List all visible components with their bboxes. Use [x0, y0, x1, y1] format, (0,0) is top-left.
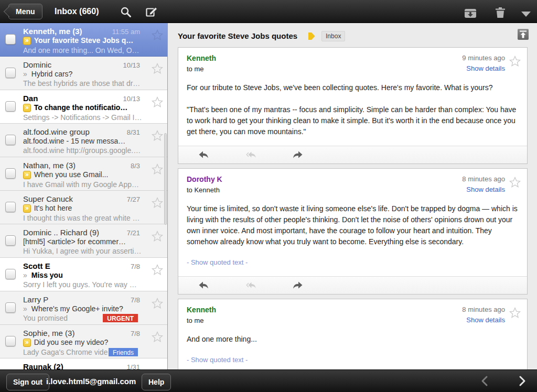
help-button[interactable]: Help: [142, 374, 171, 390]
message-header[interactable]: Kenneth to me 9 minutes ago Show details: [178, 48, 527, 75]
star-icon[interactable]: [151, 263, 164, 277]
show-details-link[interactable]: Show details: [466, 316, 505, 324]
importance-marker-icon: »: [23, 305, 27, 312]
row-checkbox[interactable]: [5, 302, 16, 313]
list-item[interactable]: Larry P7/8 »Where's my Google+ invite? Y…: [0, 291, 167, 325]
more-actions-dropdown-icon[interactable]: [519, 7, 533, 21]
row-checkbox[interactable]: [5, 235, 16, 246]
message-body: And one more thing... - Show quoted text…: [178, 326, 527, 369]
star-icon[interactable]: [151, 62, 164, 75]
sign-out-button[interactable]: Sign out: [6, 374, 49, 390]
star-icon[interactable]: [151, 196, 164, 210]
reply-all-icon[interactable]: [244, 149, 257, 161]
row-sender: Dan: [23, 94, 38, 103]
account-email: i.love.html5@gmail.com: [46, 377, 136, 386]
search-icon[interactable]: [119, 5, 133, 19]
list-item[interactable]: Nathan, me (3)8/3 »When you use Gmail...…: [0, 157, 167, 191]
row-subject-line: »It's hot here: [23, 204, 161, 213]
list-item[interactable]: alt.food.wine group8/31 alt.food.wine - …: [0, 124, 167, 157]
star-icon[interactable]: [151, 95, 164, 109]
star-icon[interactable]: [151, 330, 164, 344]
star-icon[interactable]: [508, 176, 522, 189]
importance-marker-icon: »: [23, 171, 31, 179]
row-checkbox[interactable]: [5, 101, 16, 112]
reply-icon[interactable]: [197, 279, 210, 292]
row-checkbox[interactable]: [5, 269, 16, 279]
importance-arrow-icon: [308, 32, 315, 40]
row-subject-line: [html5] <article> for ecommer…: [23, 237, 161, 246]
importance-marker-icon: »: [23, 204, 31, 213]
next-conversation-icon[interactable]: [515, 374, 529, 388]
previous-conversation-icon[interactable]: [478, 374, 492, 388]
list-item[interactable]: Dominic .. Richard (9)7/21 [html5] <arti…: [0, 224, 167, 258]
show-quoted-text-link[interactable]: - Show quoted text -: [187, 354, 519, 365]
trash-icon[interactable]: [493, 6, 507, 19]
compose-icon[interactable]: [145, 5, 158, 19]
message-time: 8 minutes ago: [462, 306, 505, 313]
star-icon[interactable]: [508, 306, 522, 320]
list-scrollbar[interactable]: [164, 133, 167, 225]
list-item[interactable]: Kenneth, me (3)11:55 am »Your favorite S…: [0, 23, 167, 57]
thread-title: Your favorite Steve Jobs quotes: [178, 31, 297, 40]
row-snippet: Sorry I left you guys. You're way …: [23, 280, 137, 289]
row-sender: alt.food.wine group: [23, 127, 90, 136]
star-icon[interactable]: [151, 230, 164, 243]
row-date: 7/8: [131, 263, 140, 270]
row-snippet: I have Gmail with my Google App…: [23, 180, 139, 189]
row-sender: Nathan, me (3): [23, 161, 76, 170]
menu-button[interactable]: Menu: [8, 4, 42, 19]
message-header[interactable]: Dorothy K to Kenneth 8 minutes ago Show …: [178, 169, 527, 196]
message-header[interactable]: Kenneth to me 8 minutes ago Show details: [178, 299, 527, 326]
importance-marker-icon: »: [23, 271, 27, 279]
row-checkbox[interactable]: [5, 336, 16, 346]
row-subject-line: »To change the notificatio…: [23, 103, 161, 112]
reply-all-icon[interactable]: [244, 279, 257, 292]
star-icon[interactable]: [508, 55, 522, 68]
message-card: Kenneth to me 9 minutes ago Show details…: [178, 47, 528, 164]
row-checkbox[interactable]: [5, 202, 16, 212]
list-item[interactable]: Raunak (2)1/31: [0, 358, 167, 369]
row-checkbox[interactable]: [5, 135, 16, 145]
message-action-bar: [178, 146, 527, 164]
message-body: Your time is limited, so don't waste it …: [178, 196, 527, 276]
row-checkbox[interactable]: [5, 34, 16, 45]
forward-icon[interactable]: [292, 149, 304, 161]
scroll-to-top-icon[interactable]: [518, 29, 529, 40]
row-snippet: alt.food.wine http://groups.google.…: [23, 146, 141, 155]
bottom-toolbar: Sign out i.love.html5@gmail.com Help: [0, 369, 537, 392]
importance-marker-icon: »: [23, 104, 31, 112]
star-icon[interactable]: [151, 297, 164, 310]
star-icon[interactable]: [151, 129, 164, 143]
menu-button-label: Menu: [16, 7, 35, 16]
show-details-link[interactable]: Show details: [466, 186, 505, 193]
list-item[interactable]: Dominic10/13 »Hybrid cars? The best hybr…: [0, 57, 167, 90]
row-snippet: Lady Gaga's Chrome vide…: [23, 348, 115, 356]
row-snippet: Hi Yukka, I agree with your asserti…: [23, 247, 141, 255]
archive-icon[interactable]: [464, 6, 477, 20]
list-item[interactable]: Scott E7/8 »Miss you Sorry I left you gu…: [0, 258, 167, 291]
row-sender: Sophie, me (3): [23, 329, 74, 337]
row-sender: Dominic .. Richard (9): [23, 228, 99, 237]
forward-icon[interactable]: [292, 279, 304, 292]
row-date: 7/8: [131, 296, 140, 304]
row-snippet: I thought this was the great white …: [23, 214, 140, 222]
show-quoted-text-link[interactable]: - Show quoted text -: [187, 257, 519, 268]
star-icon[interactable]: [151, 162, 164, 176]
star-icon[interactable]: [151, 28, 164, 42]
email-list: Kenneth, me (3)11:55 am »Your favorite S…: [0, 23, 168, 369]
show-details-link[interactable]: Show details: [466, 64, 505, 72]
row-date: 7/27: [127, 195, 140, 203]
row-checkbox[interactable]: [5, 68, 16, 78]
message-action-bar: [178, 276, 527, 294]
reply-icon[interactable]: [197, 149, 210, 161]
list-item[interactable]: Super Canuck7/27 »It's hot here I though…: [0, 191, 167, 224]
importance-marker-icon: »: [23, 339, 31, 347]
row-sender: Dominic: [23, 60, 51, 69]
row-checkbox[interactable]: [5, 168, 16, 179]
list-item[interactable]: Dan10/13 »To change the notificatio… Set…: [0, 90, 167, 124]
importance-marker-icon: »: [23, 70, 27, 78]
message-time: 8 minutes ago: [462, 175, 505, 183]
list-item[interactable]: Sophie, me (3)7/8 »Did you see my video?…: [0, 325, 167, 358]
row-snippet: Settings -> Notifications -> Gmail I…: [23, 113, 142, 122]
inbox-label: Inbox: [321, 31, 345, 41]
